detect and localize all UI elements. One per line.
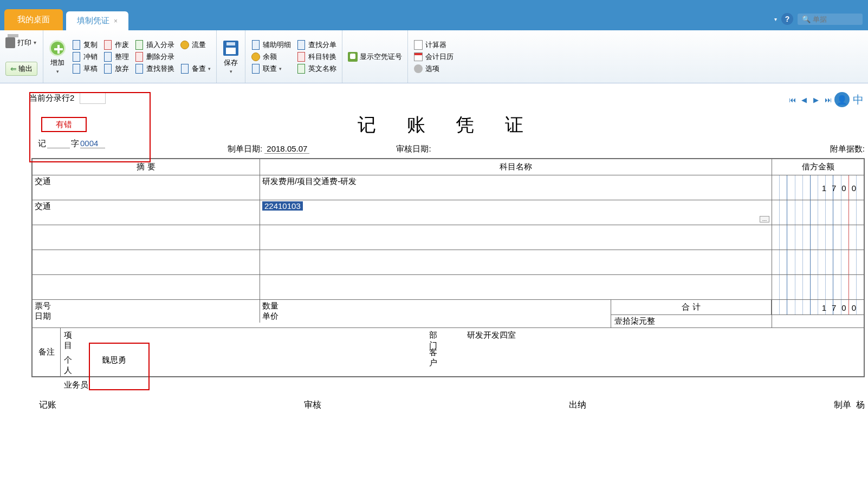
current-line-input[interactable]	[80, 92, 106, 104]
date-label: 日期	[35, 311, 51, 320]
tab-dropdown-icon[interactable]: ▾	[774, 16, 777, 22]
flow-button[interactable]: 流量	[180, 40, 211, 50]
add-button[interactable]: 增加 ▾	[49, 40, 66, 74]
gear-icon	[413, 64, 423, 74]
subject-convert-button[interactable]: 科目转换	[296, 52, 336, 62]
help-icon[interactable]: ?	[781, 13, 793, 25]
search-icon: 🔍	[802, 15, 811, 23]
find-icon	[134, 64, 144, 74]
list-icon	[251, 40, 261, 50]
chip-icon	[348, 52, 358, 62]
current-line-row: 当前分录行2	[29, 92, 865, 104]
void-icon	[103, 40, 113, 50]
print-button[interactable]: 打印 ▾	[5, 38, 37, 48]
acct-calendar-button[interactable]: 会计日历	[413, 52, 454, 62]
ticket-no-label: 票号	[35, 301, 51, 310]
find-entry-button[interactable]: 查找分单	[296, 40, 336, 50]
sign-audit: 审核	[304, 399, 569, 411]
summary-cell[interactable]	[33, 275, 260, 300]
search-input[interactable]	[813, 15, 851, 23]
export-button[interactable]: ⇐ 输出	[5, 62, 37, 76]
dept-value[interactable]: 研发开发四室	[467, 330, 516, 351]
subject-cell[interactable]: 22410103 …	[260, 200, 772, 225]
tab-bar: 我的桌面 填制凭证 × ▾ ? 🔍	[0, 10, 868, 30]
copy-button[interactable]: 复制	[72, 40, 98, 50]
tab-voucher[interactable]: 填制凭证 ×	[66, 11, 128, 30]
calculator-icon	[413, 40, 423, 50]
debit-cell[interactable]: 1700	[772, 175, 864, 200]
printer-icon	[5, 38, 15, 48]
debit-cell[interactable]	[772, 225, 864, 250]
debit-cell[interactable]	[772, 250, 864, 275]
sign-maker-name: 杨	[856, 400, 865, 409]
chevron-down-icon: ▾	[34, 40, 36, 45]
summary-cell[interactable]: 交通	[33, 200, 260, 225]
summary-cell[interactable]: 交通	[33, 175, 260, 200]
flow-icon	[180, 40, 190, 50]
person-label: 个 人	[64, 355, 96, 376]
aux-detail-button[interactable]: 辅助明细	[251, 40, 291, 50]
ribbon-group-add: 增加 ▾ 复制 冲销 草稿 作废 整理 放弃 插入分录 删除分录 查找替换 流量…	[43, 30, 217, 83]
ribbon-group-tools: 计算器 会计日历 选项	[408, 30, 459, 83]
close-icon[interactable]: ×	[114, 17, 118, 25]
tab-voucher-label: 填制凭证	[77, 16, 109, 26]
customer-label: 客 户	[429, 348, 462, 368]
options-button[interactable]: 选项	[413, 64, 454, 74]
draft-button[interactable]: 草稿	[72, 64, 98, 74]
table-row[interactable]: 交通 22410103 …	[33, 200, 864, 225]
remarks-section: 备注 项 目 个 人魏思勇 业务员 部 门研发开发四室 客 户	[32, 328, 864, 377]
show-empty-no-button[interactable]: 显示空凭证号	[348, 52, 402, 62]
find-replace-button[interactable]: 查找替换	[134, 64, 174, 74]
coins-icon	[251, 52, 261, 62]
subject-cell[interactable]	[260, 275, 772, 300]
summary-cell[interactable]	[33, 250, 260, 275]
balance-button[interactable]: 余额	[251, 52, 291, 62]
make-date-label: 制单日期:	[228, 144, 262, 153]
sign-book: 记账	[39, 399, 304, 411]
delete-entry-button[interactable]: 删除分录	[134, 52, 174, 62]
voucher-title: 记 账 凭 证	[29, 113, 865, 137]
delete-icon	[134, 52, 144, 62]
person-value[interactable]: 魏思勇	[102, 355, 126, 376]
subject-cell[interactable]	[260, 225, 772, 250]
tab-tools: ▾ ? 🔍	[774, 13, 863, 25]
save-button[interactable]: 保存 ▾	[222, 40, 239, 74]
subject-cell[interactable]	[260, 250, 772, 275]
table-row[interactable]	[33, 225, 864, 250]
tab-desktop[interactable]: 我的桌面	[4, 9, 63, 30]
make-date-value[interactable]: 2018.05.07	[264, 144, 309, 154]
chevron-down-icon: ▾	[230, 69, 232, 74]
qty-label: 数量	[262, 301, 278, 310]
summary-cell[interactable]	[33, 225, 260, 250]
doc-icon	[72, 52, 81, 62]
tidy-button[interactable]: 整理	[103, 52, 129, 62]
attachment-label: 附单据数:	[830, 144, 865, 153]
project-label: 项 目	[64, 330, 96, 351]
table-row[interactable]: 交通 研发费用/项目交通费-研发 1700	[33, 175, 864, 200]
table-row[interactable]	[33, 275, 864, 300]
meta-row: 制单日期: 2018.05.07 审核日期: 附单据数:	[29, 144, 865, 154]
voucher-document: 当前分录行2 有错 记 字 0004 记 账 凭 证 制单日期: 2018.05…	[29, 92, 865, 485]
ribbon: 打印 ▾ ⇐ 输出 增加 ▾ 复制 冲销 草稿 作废 整理 放弃 插入分录	[0, 30, 868, 83]
english-name-button[interactable]: 英文名称	[296, 64, 336, 74]
agent-label: 业务员	[64, 380, 96, 390]
void-button[interactable]: 作废	[103, 40, 129, 50]
lookup-button[interactable]: …	[760, 216, 769, 222]
subject-cell[interactable]: 研发费用/项目交通费-研发	[260, 175, 772, 200]
insert-entry-button[interactable]: 插入分录	[134, 40, 174, 50]
related-query-button[interactable]: 联查▾	[251, 64, 291, 74]
debit-cell[interactable]	[772, 200, 864, 225]
floppy-icon	[103, 64, 113, 74]
debit-cell[interactable]	[772, 275, 864, 300]
table-row[interactable]	[33, 250, 864, 275]
global-search[interactable]: 🔍	[798, 14, 863, 25]
doc-icon	[103, 52, 113, 62]
grid-footer: 票号 日期 数量 单价 合 计 壹拾柒元整 1700	[32, 300, 864, 328]
backup-button[interactable]: 备查▾	[180, 64, 211, 74]
calculator-button[interactable]: 计算器	[413, 40, 454, 50]
reverse-button[interactable]: 冲销	[72, 52, 98, 62]
export-icon: ⇐	[10, 64, 17, 73]
abandon-button[interactable]: 放弃	[103, 64, 129, 74]
ribbon-group-empty: 显示空凭证号	[342, 30, 408, 83]
calendar-icon	[413, 52, 423, 62]
